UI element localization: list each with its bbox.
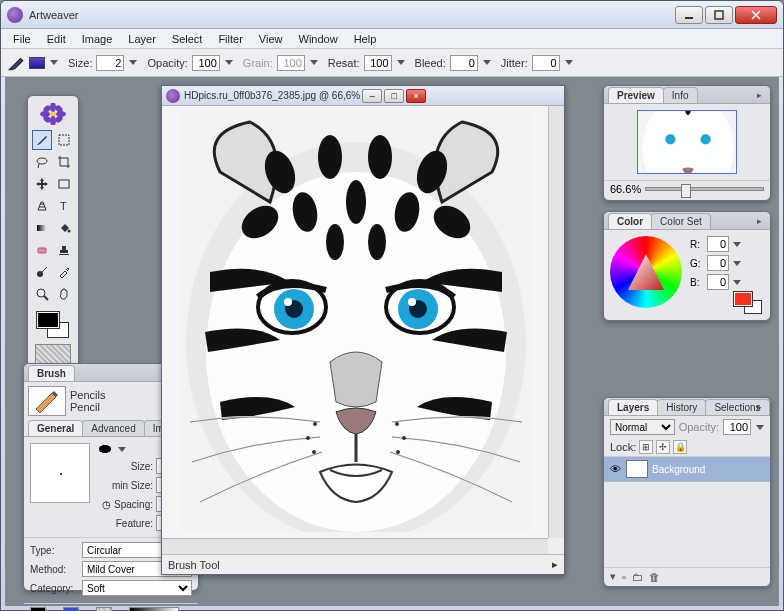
panel-menu-icon[interactable]	[752, 88, 766, 102]
r-input[interactable]	[707, 236, 729, 252]
tool-zoom[interactable]	[32, 284, 52, 304]
g-input[interactable]	[707, 255, 729, 271]
lock-all-button[interactable]: 🔒	[673, 440, 687, 454]
menu-filter[interactable]: Filter	[210, 31, 250, 47]
subtab-general[interactable]: General	[28, 420, 83, 436]
panel-menu-icon[interactable]	[752, 400, 766, 414]
doc-close-button[interactable]: ×	[406, 89, 426, 103]
tool-lasso[interactable]	[32, 152, 52, 172]
chevron-down-icon[interactable]	[50, 60, 58, 65]
menu-edit[interactable]: Edit	[39, 31, 74, 47]
chevron-down-icon[interactable]	[483, 60, 491, 65]
brush-color-b[interactable]	[63, 607, 79, 611]
tab-layers[interactable]: Layers	[608, 399, 658, 415]
bleed-input[interactable]	[450, 55, 478, 71]
jitter-input[interactable]	[532, 55, 560, 71]
chevron-down-icon[interactable]	[129, 60, 137, 65]
chevron-down-icon[interactable]	[756, 425, 764, 430]
horizontal-scrollbar[interactable]	[162, 538, 548, 554]
brush-texture[interactable]	[96, 607, 112, 611]
chevron-down-icon[interactable]	[225, 60, 233, 65]
tab-colorset[interactable]: Color Set	[651, 213, 711, 229]
tab-brush[interactable]: Brush	[28, 365, 75, 381]
tool-brush[interactable]	[32, 130, 52, 150]
tool-marquee[interactable]	[54, 130, 74, 150]
toolbox: T	[27, 95, 79, 375]
tool-crop[interactable]	[54, 152, 74, 172]
color-swatches[interactable]	[35, 310, 71, 340]
zoom-slider[interactable]	[645, 187, 764, 191]
menu-view[interactable]: View	[251, 31, 291, 47]
new-layer-button[interactable]: ▫	[622, 571, 626, 583]
workarea: T Brush	[5, 77, 779, 606]
brush-color-a[interactable]	[30, 607, 46, 611]
tool-fill[interactable]	[54, 218, 74, 238]
brush-tool-icon[interactable]	[7, 54, 25, 72]
tool-stamp[interactable]	[54, 240, 74, 260]
canvas-viewport[interactable]	[162, 106, 548, 538]
brush-category-select[interactable]: Soft	[82, 580, 192, 596]
layer-opacity-input[interactable]	[723, 419, 751, 435]
lock-position-button[interactable]: ✢	[656, 440, 670, 454]
color-fg-swatch[interactable]	[734, 292, 752, 306]
brush-tip-shape-icon[interactable]	[96, 443, 114, 455]
tool-move[interactable]	[32, 174, 52, 194]
foreground-color-swatch[interactable]	[37, 312, 59, 328]
resat-input[interactable]	[364, 55, 392, 71]
blend-mode-select[interactable]: Normal	[610, 419, 675, 435]
tool-perspective[interactable]	[32, 196, 52, 216]
layer-row[interactable]: 👁 Background	[604, 457, 770, 482]
tool-hand[interactable]	[54, 284, 74, 304]
doc-maximize-button[interactable]: □	[384, 89, 404, 103]
clock-icon[interactable]: ◷	[102, 499, 111, 510]
new-group-button[interactable]: 🗀	[632, 571, 643, 583]
menu-window[interactable]: Window	[291, 31, 346, 47]
lock-pixels-button[interactable]: ⊞	[639, 440, 653, 454]
tool-eraser[interactable]	[32, 240, 52, 260]
canvas-image[interactable]	[180, 112, 532, 532]
chevron-down-icon[interactable]: ▾	[610, 570, 616, 583]
tab-history[interactable]: History	[657, 399, 706, 415]
brush-variant-thumb[interactable]	[28, 386, 66, 416]
size-input[interactable]	[96, 55, 124, 71]
status-caret-icon[interactable]: ▸	[552, 558, 558, 571]
chevron-down-icon[interactable]	[397, 60, 405, 65]
bleed-label: Bleed:	[415, 57, 446, 69]
chevron-down-icon[interactable]	[733, 242, 741, 247]
vertical-scrollbar[interactable]	[548, 106, 564, 538]
chevron-down-icon[interactable]	[565, 60, 573, 65]
menu-layer[interactable]: Layer	[120, 31, 164, 47]
chevron-down-icon[interactable]	[733, 280, 741, 285]
tool-shape[interactable]	[54, 174, 74, 194]
minimize-button[interactable]	[675, 6, 703, 24]
chevron-down-icon[interactable]	[118, 447, 126, 452]
delete-layer-button[interactable]: 🗑	[649, 571, 660, 583]
resat-label: Resat:	[328, 57, 360, 69]
menu-file[interactable]: File	[5, 31, 39, 47]
doc-minimize-button[interactable]: –	[362, 89, 382, 103]
color-panel-swatches[interactable]	[734, 292, 762, 314]
subtab-advanced[interactable]: Advanced	[82, 420, 144, 436]
tool-dodge[interactable]	[32, 262, 52, 282]
visibility-eye-icon[interactable]: 👁	[608, 462, 622, 476]
color-wheel[interactable]	[610, 236, 682, 308]
preview-thumbnail[interactable]	[637, 110, 737, 174]
opacity-input[interactable]	[192, 55, 220, 71]
tab-color[interactable]: Color	[608, 213, 652, 229]
layer-thumbnail[interactable]	[626, 460, 648, 478]
maximize-button[interactable]	[705, 6, 733, 24]
tool-eyedropper[interactable]	[54, 262, 74, 282]
menu-image[interactable]: Image	[74, 31, 121, 47]
tool-text[interactable]: T	[54, 196, 74, 216]
tool-gradient[interactable]	[32, 218, 52, 238]
menu-help[interactable]: Help	[346, 31, 385, 47]
brush-color-swatch[interactable]	[29, 57, 45, 69]
b-input[interactable]	[707, 274, 729, 290]
chevron-down-icon[interactable]	[733, 261, 741, 266]
menu-select[interactable]: Select	[164, 31, 211, 47]
panel-menu-icon[interactable]	[752, 214, 766, 228]
close-button[interactable]	[735, 6, 777, 24]
tab-info[interactable]: Info	[663, 87, 698, 103]
brush-gradient[interactable]	[129, 607, 179, 611]
tab-preview[interactable]: Preview	[608, 87, 664, 103]
